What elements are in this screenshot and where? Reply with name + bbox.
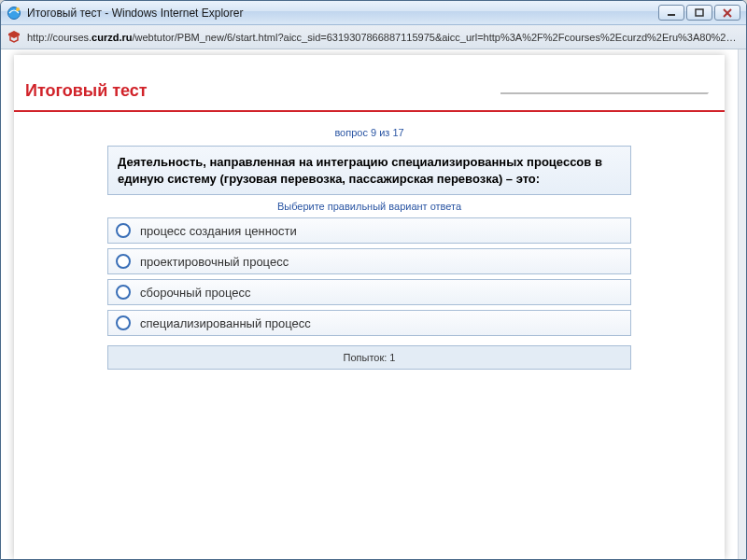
- radio-icon: [116, 254, 131, 269]
- browser-window: Итоговый тест - Windows Internet Explore…: [0, 0, 747, 560]
- vertical-scrollbar[interactable]: [738, 49, 746, 559]
- answer-option-4[interactable]: специализированный процесс: [107, 310, 631, 336]
- answer-option-2[interactable]: проектировочный процесс: [107, 248, 631, 274]
- titlebar: Итоговый тест - Windows Internet Explore…: [1, 1, 746, 25]
- window-title: Итоговый тест - Windows Internet Explore…: [27, 7, 658, 20]
- url-display: http://courses.curzd.ru/webtutor/PBM_new…: [27, 32, 740, 43]
- window-controls: [658, 5, 740, 21]
- close-button[interactable]: [714, 5, 740, 21]
- answer-label: процесс создания ценности: [140, 224, 297, 238]
- answer-option-3[interactable]: сборочный процесс: [107, 279, 631, 305]
- attempts-counter: Попыток: 1: [107, 345, 631, 370]
- url-prefix: http://courses.: [27, 32, 92, 43]
- address-bar[interactable]: http://courses.curzd.ru/webtutor/PBM_new…: [1, 25, 746, 49]
- instruction-text: Выберите правильный вариант ответа: [107, 195, 631, 217]
- site-favicon-icon: [7, 30, 21, 45]
- radio-icon: [116, 315, 131, 330]
- maximize-button[interactable]: [686, 5, 712, 21]
- svg-point-1: [16, 7, 20, 11]
- content-frame: Итоговый тест вопрос 9 из 17 Деятельност…: [1, 49, 738, 559]
- ie-icon: [7, 6, 21, 21]
- answer-label: сборочный процесс: [140, 286, 251, 300]
- url-domain: curzd.ru: [92, 32, 132, 43]
- svg-rect-3: [696, 9, 703, 16]
- quiz-area: вопрос 9 из 17 Деятельность, направленна…: [14, 112, 725, 370]
- minimize-button[interactable]: [658, 5, 684, 21]
- page-container: Итоговый тест вопрос 9 из 17 Деятельност…: [14, 55, 725, 559]
- radio-icon: [116, 285, 131, 300]
- answer-label: проектировочный процесс: [140, 255, 289, 269]
- question-text: Деятельность, направленная на интеграцию…: [107, 146, 631, 195]
- radio-icon: [116, 223, 131, 238]
- title-underline: [14, 110, 725, 112]
- header-diagonal: [500, 74, 725, 94]
- answer-label: специализированный процесс: [140, 316, 311, 330]
- answer-option-1[interactable]: процесс создания ценности: [107, 217, 631, 244]
- question-counter: вопрос 9 из 17: [107, 121, 631, 146]
- url-path: /webtutor/PBM_new/6/start.html?aicc_sid=…: [133, 32, 741, 43]
